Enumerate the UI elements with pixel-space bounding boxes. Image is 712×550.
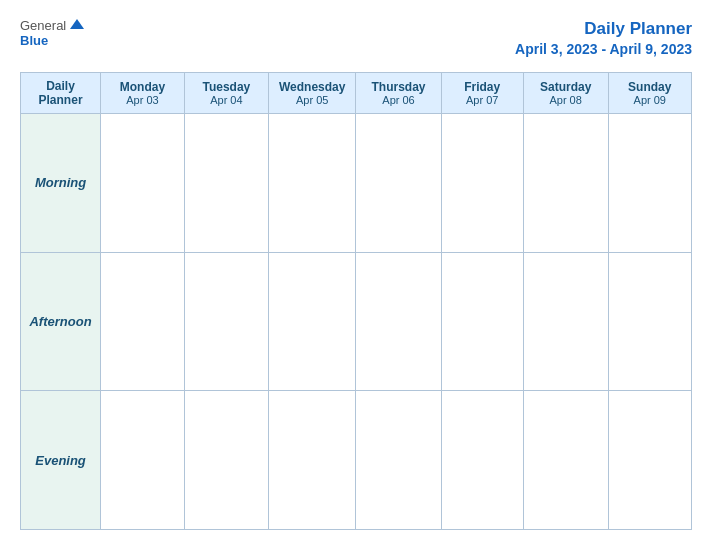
evening-thursday[interactable] [356,391,441,530]
logo-general: General [20,18,66,33]
day-date-sunday: Apr 09 [613,94,687,106]
table-corner-header: DailyPlanner [21,73,101,114]
header-row: DailyPlanner Monday Apr 03 Tuesday Apr 0… [21,73,692,114]
morning-row: Morning [21,114,692,253]
day-date-tuesday: Apr 04 [189,94,264,106]
logo-area: General Blue [20,18,84,48]
evening-saturday[interactable] [523,391,608,530]
day-date-friday: Apr 07 [446,94,519,106]
morning-thursday[interactable] [356,114,441,253]
afternoon-row: Afternoon [21,252,692,391]
morning-label: Morning [21,114,101,253]
day-header-friday: Friday Apr 07 [441,73,523,114]
day-header-saturday: Saturday Apr 08 [523,73,608,114]
evening-wednesday[interactable] [268,391,355,530]
logo: General [20,18,84,33]
page-header: General Blue Daily Planner April 3, 2023… [20,18,692,58]
day-name-monday: Monday [105,80,180,94]
day-name-thursday: Thursday [360,80,436,94]
day-header-sunday: Sunday Apr 09 [608,73,691,114]
svg-marker-0 [70,19,84,29]
day-date-monday: Apr 03 [105,94,180,106]
title-area: Daily Planner April 3, 2023 - April 9, 2… [515,18,692,58]
day-name-sunday: Sunday [613,80,687,94]
morning-tuesday[interactable] [184,114,268,253]
afternoon-saturday[interactable] [523,252,608,391]
afternoon-monday[interactable] [101,252,185,391]
evening-monday[interactable] [101,391,185,530]
evening-friday[interactable] [441,391,523,530]
morning-monday[interactable] [101,114,185,253]
day-date-wednesday: Apr 05 [273,94,351,106]
planner-table: DailyPlanner Monday Apr 03 Tuesday Apr 0… [20,72,692,530]
planner-title: Daily Planner [584,19,692,38]
day-header-monday: Monday Apr 03 [101,73,185,114]
day-header-tuesday: Tuesday Apr 04 [184,73,268,114]
morning-saturday[interactable] [523,114,608,253]
day-date-thursday: Apr 06 [360,94,436,106]
morning-friday[interactable] [441,114,523,253]
day-name-saturday: Saturday [528,80,604,94]
day-header-wednesday: Wednesday Apr 05 [268,73,355,114]
day-name-wednesday: Wednesday [273,80,351,94]
evening-tuesday[interactable] [184,391,268,530]
day-name-tuesday: Tuesday [189,80,264,94]
evening-label: Evening [21,391,101,530]
logo-blue: Blue [20,33,48,48]
planner-date-range: April 3, 2023 - April 9, 2023 [515,41,692,57]
day-name-friday: Friday [446,80,519,94]
afternoon-friday[interactable] [441,252,523,391]
day-date-saturday: Apr 08 [528,94,604,106]
afternoon-sunday[interactable] [608,252,691,391]
afternoon-tuesday[interactable] [184,252,268,391]
evening-sunday[interactable] [608,391,691,530]
afternoon-wednesday[interactable] [268,252,355,391]
morning-sunday[interactable] [608,114,691,253]
logo-icon [70,19,84,33]
afternoon-thursday[interactable] [356,252,441,391]
morning-wednesday[interactable] [268,114,355,253]
afternoon-label: Afternoon [21,252,101,391]
evening-row: Evening [21,391,692,530]
day-header-thursday: Thursday Apr 06 [356,73,441,114]
